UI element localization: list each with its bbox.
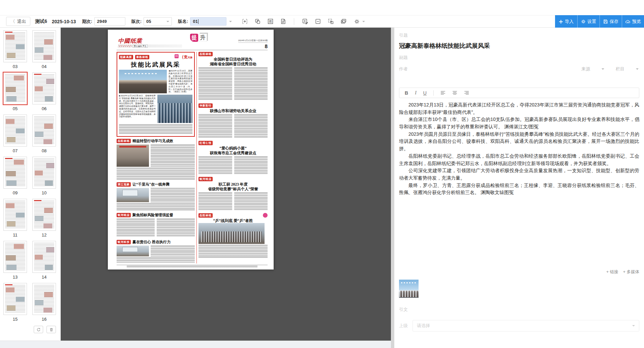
page-thumbnail-07[interactable]: 07: [3, 115, 27, 156]
subtitle-field[interactable]: 副题: [399, 55, 639, 61]
move-frame-icon[interactable]: [327, 18, 335, 26]
page-thumbnail-13[interactable]: 13: [3, 241, 27, 282]
import-button[interactable]: 导入: [555, 15, 577, 28]
page-thumbnail-label: 12: [42, 231, 47, 240]
article-section[interactable]: 银河纸业职工获 2023 年度 省级劳动竞赛“标兵个人”荣誉: [198, 177, 268, 211]
chevron-down-icon: [602, 68, 604, 71]
bold-button[interactable]: B: [405, 90, 408, 96]
page-thumbnail-label: 05: [13, 104, 18, 114]
editor-paragraph[interactable]: 2023年员圆月员源日至员缘日，泰格林纸举行“苦练技能勇攀高峰”检验员技能比武大…: [399, 131, 639, 153]
article-section[interactable]: 岳阳林纸“乒”战到底 爱“乒”者胜: [198, 213, 268, 260]
save-button[interactable]: 保存: [600, 15, 622, 28]
delete-button[interactable]: [47, 326, 56, 333]
body-text-lines: [198, 156, 232, 174]
editor-paragraph[interactable]: 岳阳林纸党委副书记、总经理李战，岳阳市总工会劳动和经济服务部部长欧阳锋，岳阳林纸…: [399, 153, 639, 167]
parent-select[interactable]: 请选择: [412, 320, 639, 331]
column-select[interactable]: 栏目: [616, 66, 639, 72]
body-text-lines: [198, 245, 268, 258]
page-thumbnail-11[interactable]: 11: [3, 199, 27, 240]
section-header: 岳阳林纸: [198, 213, 268, 218]
photo-caption: ◀2023年12月13日，冠豪高新代表湛江经开区总工会，夺得2023年湛江市第三…: [168, 70, 192, 93]
left-column: 冠豪高新 泰格林纸 （ 竞 天择 技能比武展风采: [117, 52, 195, 263]
article-section[interactable]: 湛江冠豪让“千里马”在一线奔腾: [117, 182, 195, 211]
source-label: 来源: [581, 66, 590, 72]
add-link-button[interactable]: + 链接: [606, 269, 618, 275]
align-center-icon[interactable]: [452, 91, 457, 95]
right-column: 岳阳林纸全国科普日活动评选为 湖南省全国科普日优秀活动华新彩印获佛山市和谐劳动关…: [198, 52, 268, 263]
page-thumbnail-label: 10: [42, 189, 47, 198]
page-thumbnail-15[interactable]: 15: [3, 283, 27, 324]
trash-icon: [49, 327, 54, 332]
editor-paragraph[interactable]: 最终，罗小卫、方青、王思露分获成品检验组前三名；王桂缘、李迎、王晓蓉分获纸浆检验…: [399, 182, 639, 196]
article-section[interactable]: 银河科技赢在责任心 胜在执行力: [117, 240, 195, 263]
article-section[interactable]: 华新彩印获佛山市和谐劳动关系企业: [198, 103, 268, 139]
citation-field[interactable]: 引文: [399, 307, 639, 313]
add-edit-icon[interactable]: [301, 18, 309, 26]
chevron-left-icon: 〈: [10, 19, 15, 25]
article-section[interactable]: 银河纸业聚焦招标风险管理强监督: [117, 213, 195, 238]
page-thumbnail-09[interactable]: 09: [3, 157, 27, 198]
align-right-icon[interactable]: [464, 91, 469, 95]
layout-canvas[interactable]: 中國纸業 责任编辑 尹念 提 升 2024年1月1日/星期一/总第303期 8: [61, 28, 391, 341]
article-section[interactable]: 岳阳林纸全国科普日活动评选为 湖南省全国科普日优秀活动: [198, 52, 268, 102]
page-name-input[interactable]: 01: [190, 17, 226, 26]
lead-title-field[interactable]: 引题: [399, 32, 639, 38]
add-frame-icon[interactable]: [241, 18, 249, 26]
page-thumbnail-05[interactable]: 05: [3, 72, 27, 114]
page-thumbnail-14[interactable]: 14: [32, 241, 56, 282]
import-label: 导入: [565, 19, 574, 25]
article-section[interactable]: 岳阳林纸精益转型行动学习见成效: [117, 138, 195, 180]
underline-button[interactable]: U: [423, 90, 427, 96]
page-thumbnail-08[interactable]: 08: [32, 115, 56, 156]
attached-photo-thumbnail[interactable]: [399, 280, 419, 298]
newspaper-masthead: 中國纸業 责任编辑 尹念 提 升 2024年1月1日/星期一/总第303期 8: [117, 33, 268, 49]
minus-frame-icon[interactable]: [314, 18, 322, 26]
section-header: 红塔仁恒: [198, 141, 268, 145]
edition-select[interactable]: 05: [144, 17, 172, 26]
article-section[interactable]: 红塔仁恒“爱心妈妈小屋” 获珠海市总工会优秀建设点: [198, 141, 268, 175]
editor-credit-line: 责任编辑 尹念: [118, 44, 182, 48]
editor-paragraph[interactable]: 2023年12月13日，冠豪高新代表湛江经开区总工会，夺得2023年湛江市第三届…: [399, 101, 639, 116]
preview-button[interactable]: 预览: [622, 15, 644, 28]
company-stamp: 岳阳林纸: [117, 139, 131, 143]
page-thumbnail-10[interactable]: 10: [32, 157, 56, 198]
align-left-icon[interactable]: [440, 91, 446, 95]
page-thumbnail-image: [32, 30, 56, 62]
canvas-settings-menu[interactable]: [353, 18, 365, 26]
image-frame-icon[interactable]: 图: [266, 18, 274, 26]
photo-library-icon[interactable]: [339, 18, 347, 26]
source-select[interactable]: 来源: [581, 66, 604, 72]
article-doc-icon[interactable]: [279, 18, 287, 26]
page-thumbnail-04[interactable]: 04: [32, 30, 56, 72]
body-text-lines: [119, 124, 192, 135]
newspaper-page[interactable]: 中國纸業 责任编辑 尹念 提 升 2024年1月1日/星期一/总第303期 8: [108, 30, 274, 270]
exit-button[interactable]: 〈 退出: [6, 17, 30, 26]
settings-button[interactable]: 设置: [577, 15, 600, 28]
italic-button[interactable]: I: [415, 90, 417, 96]
page-thumbnail-03[interactable]: 03: [3, 30, 27, 72]
chevron-down-icon[interactable]: [229, 21, 232, 24]
editor-paragraph[interactable]: 来自湛江市10个县（市、区）总工会的10支队伍参加。冠豪高新参赛队员展现出良好专…: [399, 116, 639, 130]
settings-label: 设置: [587, 19, 596, 25]
page-thumbnail-06[interactable]: 06: [32, 72, 56, 114]
editor-body[interactable]: 2023年12月13日，冠豪高新代表湛江经开区总工会，夺得2023年湛江市第三届…: [399, 101, 639, 266]
page-thumbnail-16[interactable]: 16: [32, 283, 56, 324]
page-thumbnail-image: [3, 241, 27, 273]
swap-frame-icon[interactable]: [253, 18, 262, 26]
author-field[interactable]: 作者: [399, 66, 408, 72]
page-thumbnail-12[interactable]: 12: [32, 199, 56, 240]
exit-button-label: 退出: [17, 19, 26, 25]
page-thumbnail-image: [32, 199, 56, 231]
editor-paragraph[interactable]: 公司深化党建带工建，引领团结广大劳动者积极投身企业高质量发展热潮，一支知识型、技…: [399, 167, 639, 182]
main-article[interactable]: 冠豪高新 泰格林纸 （ 竞 天择 技能比武展风采: [117, 52, 195, 137]
logo-char-1: 提: [190, 34, 198, 42]
issue-input[interactable]: 2949: [94, 17, 125, 26]
article-title-field[interactable]: 冠豪高新泰格林纸技能比武展风采: [399, 42, 639, 50]
refresh-icon: [36, 327, 41, 332]
add-media-button[interactable]: + 多媒体: [623, 269, 639, 275]
page-number: 8: [238, 43, 268, 50]
newspaper-brand-logo: 中國纸業: [118, 37, 142, 45]
company-stamp: 湛江冠豪: [117, 182, 131, 187]
refresh-button[interactable]: [34, 326, 43, 333]
section-header: 银河科技赢在责任心 胜在执行力: [117, 240, 195, 245]
